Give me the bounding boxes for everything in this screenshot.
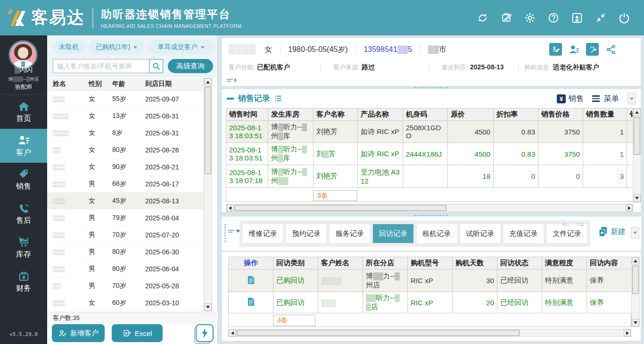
scroll-down-button[interactable] [204,303,212,311]
refresh-icon[interactable] [476,11,489,25]
horizontal-splitter[interactable] [414,87,448,88]
scrollbar-thumb[interactable] [205,87,211,174]
list-style-icon[interactable] [274,95,282,102]
table-row[interactable]: ▒▒▒男80岁2025-06-30 [47,243,204,260]
scroll-right-button[interactable] [624,329,631,336]
customer-birth: 1980-05-05(45岁) [288,45,347,53]
add-customer-button[interactable]: 新增客户 [52,324,105,342]
quick-action-button[interactable] [196,324,214,342]
sidebar-item-home[interactable]: 首页 [0,95,47,129]
tab-trial[interactable]: 试听记录 [460,224,500,243]
scroll-up-button[interactable] [633,109,641,116]
advanced-search-button[interactable]: 高级查询 [168,59,213,73]
help-icon[interactable] [547,11,560,25]
expand-detail-icon[interactable] [227,78,237,83]
scrollbar-thumb[interactable] [634,117,640,155]
sales-row[interactable]: 2025-08-13 18:03:51 博▒听力--▒州▒库 刘艳芳 如诗 RI… [226,121,634,143]
customer-profile-icon[interactable] [568,43,580,56]
table-row[interactable]: ▒▒▒▒女8岁2025-08-31 [47,125,204,142]
scrollbar-thumb[interactable] [237,330,520,336]
excel-export-button[interactable]: Excel [112,324,163,342]
scroll-down-button[interactable] [633,194,641,202]
scroll-up-button[interactable] [632,257,639,265]
table-row[interactable]: ▒▒▒▒女13岁2025-08-31 [47,108,204,125]
sales-vscrollbar[interactable] [633,108,641,202]
new-record-button[interactable]: 新建 [598,226,626,237]
tab-service[interactable]: 服务记录 [330,224,370,243]
tab-scroll-left-icon[interactable]: ⇐ [562,218,570,230]
tab-rental[interactable]: 租机记录 [417,224,457,243]
filter-label: 已购机(1年) [96,43,130,51]
followup-row[interactable]: 已购回访 ▒▒▒▒ 博▒▒力--▒州店 RIC xP 30 已经回访 特别满意 … [229,269,632,292]
group-label: 客户分组: [229,64,255,71]
power-icon[interactable] [618,11,631,25]
table-row[interactable]: ▒▒▒女55岁2025-09-07 [47,91,204,108]
followup-row[interactable]: 已购回访 ▒▒▒ ▒▒听力--▒▒店 RIC xP 20 已经回访 特别满意 保… [229,292,632,313]
followup-vscrollbar[interactable] [631,257,640,327]
scroll-left-button[interactable] [226,204,233,211]
approval-icon[interactable] [500,11,513,25]
collapse-icon[interactable] [594,11,607,25]
scroll-left-button[interactable] [229,329,236,336]
main-content: ▒▒▒▒ 女 1980-05-05(45岁) 13598541▒▒5 ▒▒市 [218,35,644,344]
sidebar-item-inventory[interactable]: 库存 [0,231,47,265]
scroll-down-button[interactable] [632,319,639,327]
menu-button[interactable]: 菜单 [592,94,619,104]
col-name: 姓名 [47,80,89,88]
sidebar-item-customers[interactable]: 客户 [0,129,47,163]
followup-hscrollbar[interactable] [228,329,631,337]
search-button[interactable] [149,59,163,73]
scrollbar-thumb[interactable] [632,266,639,294]
scroll-right-button[interactable] [626,204,633,211]
user-name: ▒闪闪 [0,66,47,74]
table-row[interactable]: ▒▒▒男68岁2025-08-17 [47,176,204,193]
tab-recharge[interactable]: 充值记录 [504,224,544,243]
collapse-records-icon[interactable] [228,230,240,233]
document-icon[interactable] [247,297,255,306]
menu-dropdown-button[interactable] [627,93,636,104]
search-input[interactable] [53,59,149,73]
tab-scroll-right-icon[interactable]: ⇒ [576,218,584,230]
sales-row[interactable]: 2025-08-13 18:07:18 博▒听力--▒州▒▒ 刘艳芳 至力电池 … [226,165,634,188]
table-row[interactable]: ▒▒▒女60岁2025-03-10 [47,294,204,311]
horizontal-splitter[interactable] [414,215,448,216]
scrollbar-thumb[interactable] [234,205,446,211]
table-row[interactable]: ▒▒▒女90岁2025-08-21 [47,159,204,176]
tab-repair[interactable]: 维修记录 [243,224,283,243]
new-record-dropdown[interactable] [631,227,639,238]
edit-profile-icon[interactable] [549,43,562,56]
table-row[interactable]: ▒▒▒男80岁2025-06-04 [47,260,204,277]
avatar[interactable] [8,40,38,69]
customer-phone[interactable]: 13598541▒▒5 [363,45,412,53]
section-dash [227,98,234,100]
tab-followup[interactable]: 回访记录 [373,224,413,243]
sales-hscrollbar[interactable] [226,204,633,212]
document-icon[interactable] [247,276,255,285]
sidebar-item-sales[interactable]: 销售 [0,163,47,197]
sales-row[interactable]: 2025-08-13 18:03:51 博▒听力--▒州▒库 刘▒芳 如诗 RI… [226,143,634,165]
scroll-up-button[interactable] [204,78,212,86]
first-visit-value: 2025-08-13 [470,63,504,71]
list-scrollbar[interactable] [204,78,212,311]
tab-appointment[interactable]: 预约记录 [286,224,326,243]
table-row-selected[interactable]: ▒▒▒女45岁2025-08-13 [47,193,204,210]
table-row[interactable]: ▒▒▒男79岁2025-08-04 [47,210,204,227]
vertical-splitter[interactable] [224,224,226,242]
share-icon[interactable] [604,43,617,56]
sidebar-item-aftersales[interactable]: 售后 [0,197,47,231]
filter-purchased-1y[interactable]: 已购机(1年) [89,40,144,54]
cart-icon [17,236,30,248]
table-row[interactable]: ▒▒▒男70岁2025-07-20 [47,227,204,243]
filter-single-ear[interactable]: 单耳成交客户 [148,40,214,54]
table-row[interactable]: ▒▒女80岁2025-08-26 [47,142,204,159]
platform-title: 助听器连锁销售管理平台 [101,7,242,22]
hearing-test-icon[interactable] [586,43,599,56]
sell-button[interactable]: ¥ 销售 [557,94,584,104]
money-icon [18,270,30,282]
menu-icon [592,95,600,102]
upload-icon[interactable] [570,11,584,25]
table-row[interactable]: ▒▒男70岁2025-05-28 [47,277,204,294]
sidebar-item-finance[interactable]: 财务 [0,265,47,299]
filter-not-picked[interactable]: 未取机 [53,40,85,54]
settings-icon[interactable] [523,11,537,25]
